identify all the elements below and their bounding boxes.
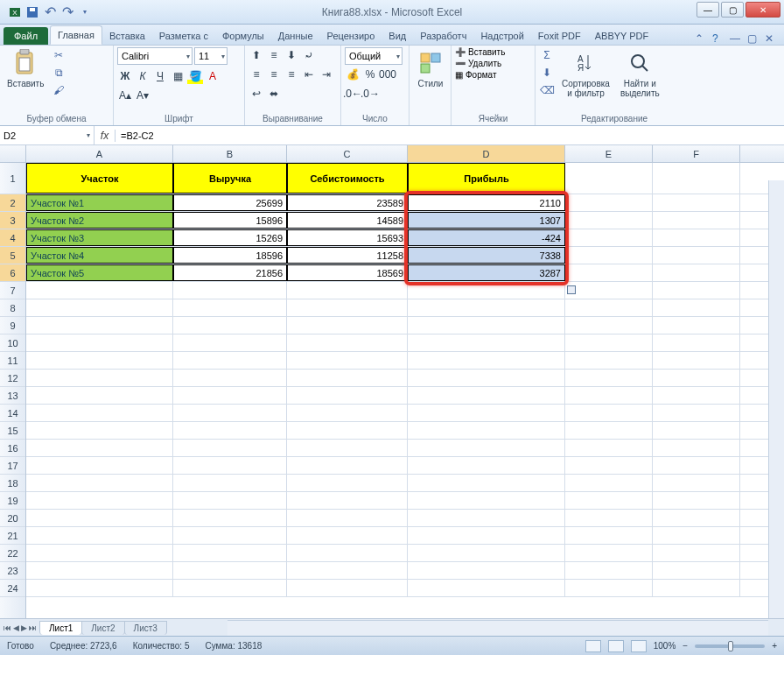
cell[interactable] [173,545,287,561]
cell[interactable] [173,562,287,579]
cell[interactable] [565,405,653,421]
row-header[interactable]: 17 [0,457,25,475]
row-header[interactable]: 8 [0,299,25,317]
cell[interactable] [26,317,173,334]
save-icon[interactable] [26,6,38,18]
cell[interactable] [408,510,565,526]
wrap-text-icon[interactable]: ↩ [248,86,264,102]
cell[interactable] [173,334,287,351]
cell[interactable] [565,334,653,351]
cell[interactable]: 3287 [408,264,565,281]
cell[interactable] [565,264,653,281]
cut-icon[interactable]: ✂ [51,47,66,63]
cell[interactable] [408,527,565,544]
cell[interactable] [173,387,287,404]
tab-review[interactable]: Рецензиро [320,27,382,45]
cell[interactable] [653,387,740,404]
cell[interactable] [653,475,740,491]
cell[interactable] [565,580,653,596]
row-header[interactable]: 1 [0,163,25,194]
tab-data[interactable]: Данные [271,27,320,45]
zoom-in-button[interactable]: + [772,641,777,651]
cell[interactable] [26,475,173,491]
align-middle-icon[interactable]: ≡ [266,47,282,63]
row-header[interactable]: 16 [0,440,25,457]
cell[interactable] [173,475,287,491]
clear-icon[interactable]: ⌫ [539,82,555,98]
cell[interactable] [565,492,653,509]
cells-delete-button[interactable]: ➖Удалить [455,59,501,68]
cell[interactable]: 15693 [287,229,408,246]
fill-icon[interactable]: ⬇ [539,65,555,81]
tab-insert[interactable]: Вставка [102,27,152,45]
cell[interactable] [653,229,740,246]
cell[interactable] [173,317,287,334]
cell[interactable] [565,317,653,334]
cell[interactable]: Участок №1 [26,194,173,211]
cell[interactable]: 25699 [173,194,287,211]
cell[interactable] [653,163,740,194]
align-left-icon[interactable]: ≡ [248,67,264,82]
cell[interactable] [26,387,173,404]
sheet-nav-prev-icon[interactable]: ◀ [13,623,19,632]
cell[interactable] [287,527,408,544]
align-right-icon[interactable]: ≡ [284,67,299,82]
cell[interactable] [565,212,653,229]
row-header[interactable]: 23 [0,562,25,580]
cell[interactable] [653,527,740,544]
cell[interactable] [408,405,565,421]
row-header[interactable]: 12 [0,370,25,387]
cell[interactable] [653,282,740,299]
cell[interactable] [653,405,740,421]
cell[interactable] [565,352,653,369]
cell[interactable] [287,352,408,369]
styles-button[interactable]: Стили [413,47,448,90]
cell[interactable] [565,422,653,439]
cell[interactable] [565,163,653,194]
font-size-combo[interactable]: 11 [194,47,228,65]
cell[interactable] [287,440,408,456]
cell[interactable] [173,299,287,316]
row-header[interactable]: 18 [0,475,25,492]
cell[interactable] [26,334,173,351]
cell[interactable] [26,282,173,299]
cell[interactable] [26,492,173,509]
undo-icon[interactable]: ↶ [44,6,56,18]
cell[interactable] [287,475,408,491]
align-top-icon[interactable]: ⬆ [248,47,264,63]
sort-filter-button[interactable]: AЯ Сортировка и фильтр [558,47,613,100]
cell[interactable] [408,562,565,579]
cell[interactable]: 15896 [173,212,287,229]
cell[interactable] [653,194,740,211]
cell[interactable] [653,510,740,526]
cell[interactable]: -424 [408,229,565,246]
cell[interactable] [653,492,740,509]
redo-icon[interactable]: ↷ [61,6,74,18]
cell[interactable] [26,562,173,579]
tab-developer[interactable]: Разработч [413,27,473,45]
row-header[interactable]: 3 [0,212,25,229]
cell[interactable] [408,457,565,474]
cell[interactable] [653,440,740,456]
percent-icon[interactable]: % [362,67,378,82]
cells-area[interactable]: Участок Выручка Себистоимость Прибыль Уч… [26,163,784,618]
cell[interactable] [565,247,653,264]
font-color-button[interactable]: A [205,68,220,84]
horizontal-scrollbar[interactable] [228,620,768,636]
cell[interactable] [565,387,653,404]
cell[interactable] [408,440,565,456]
cell[interactable] [565,299,653,316]
bold-button[interactable]: Ж [117,68,133,84]
cell[interactable] [653,247,740,264]
indent-inc-icon[interactable]: ⇥ [318,67,334,82]
view-pagebreak-button[interactable] [631,640,647,652]
name-box[interactable]: D2 [0,126,94,144]
dec-decimal-icon[interactable]: .0→ [362,86,378,102]
cell[interactable] [565,527,653,544]
doc-close-icon[interactable]: ✕ [765,32,777,45]
cell[interactable] [287,282,408,299]
row-header[interactable]: 13 [0,387,25,405]
minimize-button[interactable]: — [696,2,719,18]
fill-handle-icon[interactable] [567,285,576,294]
cell[interactable]: Участок №5 [26,264,173,281]
